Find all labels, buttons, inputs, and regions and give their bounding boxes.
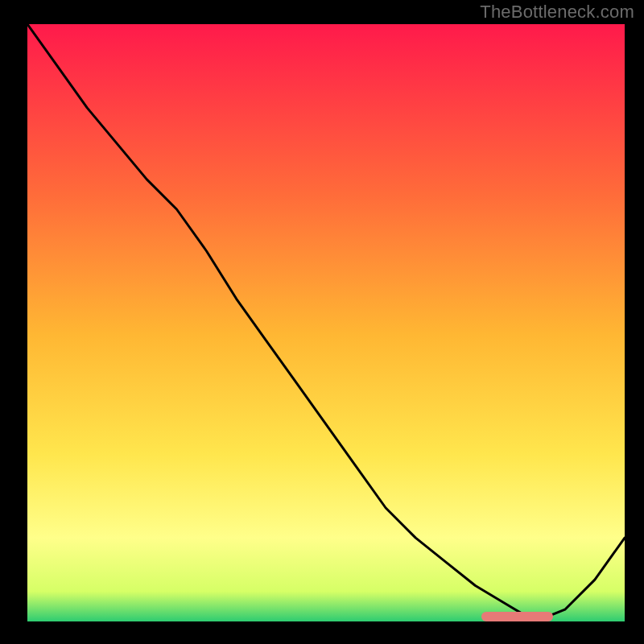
gradient-background <box>27 24 625 621</box>
plot-area <box>27 24 625 621</box>
chart-stage: TheBottleneck.com <box>0 0 644 644</box>
attribution-label: TheBottleneck.com <box>480 2 634 23</box>
optimal-range-marker <box>481 612 553 621</box>
plot-svg <box>27 24 625 621</box>
